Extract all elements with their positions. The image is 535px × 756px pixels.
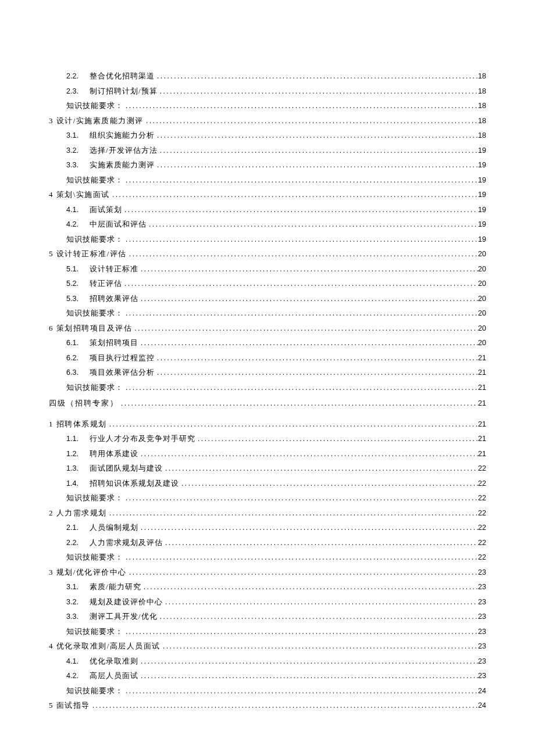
toc-item: 知识技能要求：.................................… xyxy=(49,553,486,561)
toc-item-title: 素质/能力研究 xyxy=(90,583,141,590)
toc-page-number: 23 xyxy=(478,599,486,606)
toc-leader: ........................................… xyxy=(158,88,478,95)
toc-item: 4 优化录取准则/高层人员面试.........................… xyxy=(49,642,486,650)
toc-leader: ........................................… xyxy=(110,191,478,198)
toc-item-title: 高层人员面试 xyxy=(90,672,138,679)
toc-leader: ........................................… xyxy=(160,643,478,650)
toc-page-number: 22 xyxy=(478,510,486,517)
toc-leader: ........................................… xyxy=(90,702,478,709)
toc-leader: ........................................… xyxy=(127,569,478,576)
toc-item-number: 5.3. xyxy=(49,295,90,303)
toc-page-number: 20 xyxy=(478,295,486,303)
toc-item-title: 4 策划\实施面试 xyxy=(49,191,110,198)
toc-page-number: 21 xyxy=(478,450,486,458)
toc-page-number: 20 xyxy=(478,325,486,332)
toc-item-number: 2.1. xyxy=(49,524,90,532)
toc-item: 4.1.面试策划................................… xyxy=(49,206,486,214)
toc-item-number: 3.3. xyxy=(49,613,90,621)
toc-leader: ........................................… xyxy=(155,132,478,139)
toc-item-title: 实施素质能力测评 xyxy=(90,161,155,169)
toc-item: 四级（招聘专家）................................… xyxy=(49,399,486,407)
toc-item-number: 3.1. xyxy=(49,583,90,591)
toc-item: 6.1.策划招聘项目..............................… xyxy=(49,339,486,347)
toc-page-number: 18 xyxy=(478,73,486,80)
toc-leader: ........................................… xyxy=(138,672,478,679)
toc-item-number: 2.2. xyxy=(49,73,90,80)
toc-page-number: 18 xyxy=(478,102,486,110)
toc-item-title: 人力需求规划及评估 xyxy=(90,539,163,546)
toc-leader: ........................................… xyxy=(119,400,478,407)
toc-item-title: 3 设计/实施素质能力测评 xyxy=(49,117,144,124)
toc-leader: ........................................… xyxy=(138,339,478,346)
toc-item: 5 设计转正标准/评估.............................… xyxy=(49,250,486,258)
toc-item: 4 策划\实施面试...............................… xyxy=(49,191,486,199)
toc-page-number: 21 xyxy=(478,435,486,443)
toc-page-number: 22 xyxy=(478,539,486,547)
toc-item-number: 4.1. xyxy=(49,206,90,214)
toc-item-title: 项目效果评估分析 xyxy=(90,368,155,376)
toc-item-title: 测评工具开发/优化 xyxy=(90,612,158,620)
toc-item: 知识技能要求：.................................… xyxy=(49,102,486,110)
toc-leader: ........................................… xyxy=(138,658,478,665)
toc-item-title: 知识技能要求： xyxy=(66,176,123,184)
toc-leader: ........................................… xyxy=(144,117,478,124)
toc-item-title: 规划及建设评价中心 xyxy=(90,598,163,605)
toc-item-title: 行业人才分布及竞争对手研究 xyxy=(90,435,195,442)
toc-item-title: 策划招聘项目 xyxy=(90,339,138,346)
toc-item-title: 中层面试和评估 xyxy=(90,220,147,228)
toc-item-number: 5.1. xyxy=(49,266,90,273)
toc-page-number: 19 xyxy=(478,206,486,214)
toc-page-number: 19 xyxy=(478,191,486,199)
toc-item-title: 招聘知识体系规划及建设 xyxy=(90,479,179,487)
toc-leader: ........................................… xyxy=(138,266,478,273)
toc-page-number: 20 xyxy=(478,250,486,258)
toc-page-number: 23 xyxy=(478,628,486,636)
toc-page-number: 20 xyxy=(478,266,486,273)
toc-item-title: 5 面试指导 xyxy=(49,701,90,709)
toc-item: 知识技能要求：.................................… xyxy=(49,309,486,317)
toc-page-number: 20 xyxy=(478,339,486,347)
toc-item: 知识技能要求：.................................… xyxy=(49,384,486,392)
toc-item-title: 转正评估 xyxy=(90,280,122,287)
toc-leader: ........................................… xyxy=(123,177,478,184)
toc-page-number: 23 xyxy=(478,613,486,621)
toc-item: 3.2.规划及建设评价中心...........................… xyxy=(49,598,486,606)
toc-leader: ........................................… xyxy=(163,465,478,472)
toc-item-title: 招聘效果评估 xyxy=(90,295,138,302)
toc-page-number: 23 xyxy=(478,658,486,665)
toc-item: 5.2.转正评估................................… xyxy=(49,280,486,288)
toc-item-number: 1.1. xyxy=(49,435,90,443)
toc-page-number: 19 xyxy=(478,221,486,228)
toc-leader: ........................................… xyxy=(179,480,478,487)
toc-leader: ........................................… xyxy=(155,369,478,376)
toc-item-title: 知识技能要求： xyxy=(66,687,123,694)
toc-leader: ........................................… xyxy=(107,421,478,428)
toc-item-title: 5 设计转正标准/评估 xyxy=(49,250,127,257)
toc-item: 5 面试指导..................................… xyxy=(49,701,486,710)
toc-item-number: 6.3. xyxy=(49,369,90,377)
toc-item-title: 面试团队规划与建设 xyxy=(90,464,163,472)
toc-item-title: 制订招聘计划/预算 xyxy=(90,87,158,95)
toc-leader: ........................................… xyxy=(123,628,478,635)
toc-page-number: 23 xyxy=(478,583,486,591)
toc-item-number: 5.2. xyxy=(49,280,90,288)
toc-item: 知识技能要求：.................................… xyxy=(49,176,486,184)
toc-item: 知识技能要求：.................................… xyxy=(49,494,486,502)
toc-item: 6 策划招聘项目及评估.............................… xyxy=(49,324,486,332)
toc-leader: ........................................… xyxy=(163,539,478,546)
toc-page-number: 21 xyxy=(478,421,486,428)
toc-item: 3.1.组织实施能力分析............................… xyxy=(49,131,486,139)
toc-page-number: 19 xyxy=(478,147,486,155)
toc-item: 4.1.优化录取准则..............................… xyxy=(49,657,486,665)
toc-leader: ........................................… xyxy=(163,599,478,605)
toc-item-title: 知识技能要求： xyxy=(66,384,123,391)
toc-leader: ........................................… xyxy=(155,354,478,361)
toc-item-title: 2 人力需求规划 xyxy=(49,509,107,517)
toc-leader: ........................................… xyxy=(141,583,478,590)
toc-page-number: 18 xyxy=(478,132,486,139)
toc-leader: ........................................… xyxy=(158,147,478,154)
toc-leader: ........................................… xyxy=(155,73,478,80)
toc-item-title: 项目执行过程监控 xyxy=(90,354,155,361)
toc-page-number: 24 xyxy=(478,687,486,695)
toc-item: 3.3.实施素质能力测评............................… xyxy=(49,161,486,169)
